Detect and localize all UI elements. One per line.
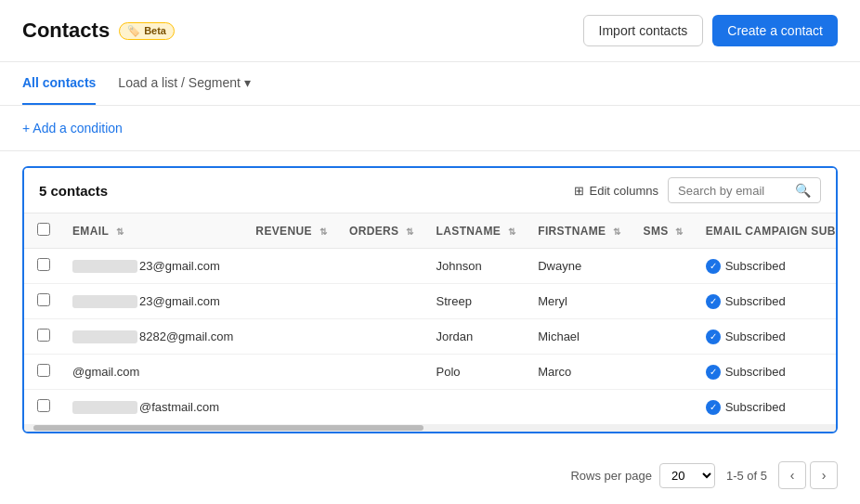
table-row: ███████8282@gmail.comJordanMichael✓Subsc… (24, 319, 838, 355)
tab-load-list[interactable]: Load a list / Segment ▾ (118, 62, 251, 105)
orders-cell (338, 390, 425, 425)
subscription-label: Subscribed (725, 365, 786, 379)
subscription-cell: ✓Subscribed (695, 319, 838, 355)
lastname-cell: Johnson (425, 249, 528, 284)
rows-per-page-select[interactable]: 20 50 100 (659, 463, 715, 488)
create-contact-button[interactable]: Create a contact (712, 15, 838, 46)
filter-bar: + Add a condition (0, 106, 860, 151)
revenue-cell (244, 284, 338, 319)
email-blurred-prefix: ███████ (72, 330, 137, 343)
row-checkbox[interactable] (37, 258, 50, 271)
lastname-cell: Polo (425, 355, 528, 390)
subscribed-badge: ✓Subscribed (706, 365, 838, 380)
search-box[interactable]: 🔍 (668, 177, 821, 203)
email-blurred-prefix: ███████ (72, 260, 137, 273)
subscribed-check-icon: ✓ (706, 259, 721, 274)
col-firstname[interactable]: FIRSTNAME ⇅ (527, 213, 632, 249)
sort-icon-orders: ⇅ (406, 226, 413, 237)
table-row: ███████23@gmail.comJohnsonDwayne✓Subscri… (24, 249, 838, 284)
row-checkbox-cell[interactable] (24, 355, 61, 390)
prev-page-button[interactable]: ‹ (778, 461, 806, 489)
page-header: Contacts 🏷️ Beta Import contacts Create … (0, 0, 860, 62)
lastname-cell (425, 390, 528, 425)
subscription-cell: ✓Subscribed (695, 390, 838, 425)
sms-cell (632, 390, 695, 425)
orders-cell (338, 284, 425, 319)
select-all-checkbox-col[interactable] (24, 213, 61, 249)
col-lastname[interactable]: LASTNAME ⇅ (425, 213, 528, 249)
subscription-label: Subscribed (725, 330, 786, 343)
orders-cell (338, 355, 425, 390)
lastname-cell: Jordan (425, 319, 528, 355)
table-header-row: EMAIL ⇅ REVENUE ⇅ ORDERS ⇅ LASTNAME ⇅ FI… (24, 213, 838, 249)
row-checkbox[interactable] (37, 399, 50, 412)
email-cell: ███████23@gmail.com (61, 284, 244, 319)
row-checkbox-cell[interactable] (24, 390, 61, 425)
sms-cell (632, 249, 695, 284)
firstname-cell: Meryl (527, 284, 632, 319)
subscribed-check-icon: ✓ (706, 400, 721, 415)
scrollbar-thumb[interactable] (33, 425, 423, 431)
page-info: 1-5 of 5 (726, 469, 767, 483)
orders-cell (338, 319, 425, 355)
row-checkbox-cell[interactable] (24, 284, 61, 319)
col-sms[interactable]: SMS ⇅ (632, 213, 695, 249)
subscribed-check-icon: ✓ (706, 330, 721, 344)
contacts-count: 5 contacts (39, 183, 108, 199)
firstname-cell: Michael (527, 319, 632, 355)
page-title: Contacts (22, 19, 110, 43)
subscribed-badge: ✓Subscribed (706, 330, 838, 344)
search-input[interactable] (678, 184, 789, 198)
row-checkbox[interactable] (37, 293, 50, 306)
subscription-cell: ✓Subscribed (695, 355, 838, 390)
subscribed-badge: ✓Subscribed (706, 294, 838, 309)
subscribed-check-icon: ✓ (706, 294, 721, 309)
import-contacts-button[interactable]: Import contacts (583, 15, 704, 46)
rows-per-page-label: Rows per page (570, 469, 651, 483)
table-row: ███████@fastmail.com✓Subscribed14 (24, 390, 838, 425)
subscription-label: Subscribed (725, 259, 786, 273)
subscribed-check-icon: ✓ (706, 365, 721, 380)
row-checkbox[interactable] (37, 329, 50, 342)
table-toolbar: 5 contacts ⊞ Edit columns 🔍 (24, 168, 836, 213)
sms-cell (632, 355, 695, 390)
sort-icon-revenue: ⇅ (319, 226, 327, 237)
header-actions: Import contacts Create a contact (583, 15, 838, 46)
tab-all-contacts[interactable]: All contacts (22, 62, 96, 105)
firstname-cell (527, 390, 632, 425)
beta-badge: 🏷️ Beta (119, 22, 175, 40)
add-condition-button[interactable]: + Add a condition (22, 121, 123, 136)
chevron-left-icon: ‹ (790, 468, 795, 483)
horizontal-scrollbar[interactable] (24, 424, 836, 432)
sms-cell (632, 319, 695, 355)
row-checkbox-cell[interactable] (24, 319, 61, 355)
table-row: @gmail.comPoloMarco✓Subscribed14 (24, 355, 838, 390)
col-revenue[interactable]: REVENUE ⇅ (244, 213, 338, 249)
row-checkbox[interactable] (37, 364, 50, 377)
subscribed-badge: ✓Subscribed (706, 400, 838, 415)
revenue-cell (244, 249, 338, 284)
sort-icon-lastname: ⇅ (508, 226, 515, 237)
pagination-bar: Rows per page 20 50 100 1-5 of 5 ‹ › (0, 448, 860, 502)
sort-icon-firstname: ⇅ (613, 226, 620, 237)
edit-columns-button[interactable]: ⊞ Edit columns (574, 184, 658, 198)
select-all-checkbox[interactable] (37, 223, 50, 236)
firstname-cell: Dwayne (527, 249, 632, 284)
sort-icon-email: ⇅ (116, 226, 124, 237)
chevron-down-icon: ▾ (244, 75, 251, 90)
rows-per-page: Rows per page 20 50 100 (570, 463, 714, 488)
sms-cell (632, 284, 695, 319)
col-email-campaign-subscription[interactable]: EMAIL CAMPAIGN SUBSCRIPTION (695, 213, 838, 249)
search-icon: 🔍 (795, 183, 811, 198)
contacts-table-container: 5 contacts ⊞ Edit columns 🔍 EMAIL ⇅ (22, 166, 838, 433)
orders-cell (338, 249, 425, 284)
col-email[interactable]: EMAIL ⇅ (61, 213, 244, 249)
next-page-button[interactable]: › (810, 461, 838, 489)
revenue-cell (244, 355, 338, 390)
contacts-table: EMAIL ⇅ REVENUE ⇅ ORDERS ⇅ LASTNAME ⇅ FI… (24, 213, 838, 424)
revenue-cell (244, 319, 338, 355)
subscription-label: Subscribed (725, 400, 786, 414)
col-orders[interactable]: ORDERS ⇅ (338, 213, 425, 249)
tag-icon: 🏷️ (127, 25, 140, 37)
row-checkbox-cell[interactable] (24, 249, 61, 284)
